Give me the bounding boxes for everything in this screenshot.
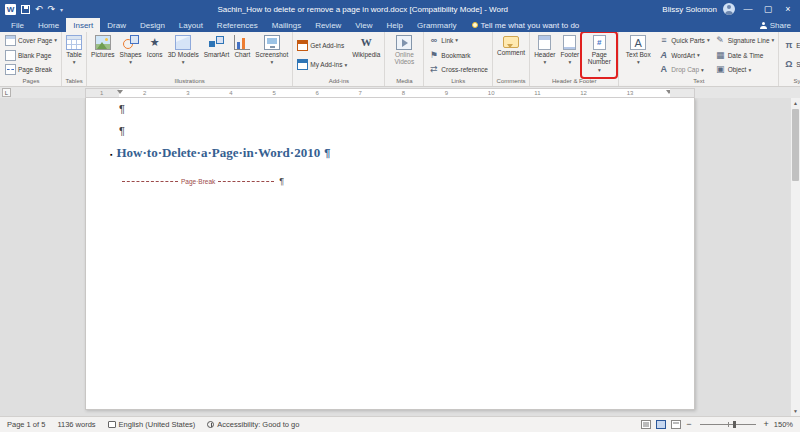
ruler-mark: 8	[402, 90, 405, 96]
print-layout-button[interactable]	[656, 420, 666, 429]
word-count[interactable]: 1136 words	[57, 420, 95, 429]
bookmark-button[interactable]: ⚑ Bookmark	[426, 49, 472, 62]
ribbon-group-header-footer: Header ▾ Footer ▾ # Page Number ▾ Top of…	[530, 32, 619, 86]
ribbon-tab[interactable]: Layout	[172, 18, 210, 32]
chevron-down-icon: ▾	[701, 67, 704, 73]
symbol-button[interactable]: Ω Symbol ▾	[781, 58, 800, 71]
scroll-down-icon[interactable]: ▼	[791, 406, 800, 416]
quick-parts-button[interactable]: ≡ Quick Parts ▾	[656, 34, 711, 47]
redo-icon[interactable]: ↷	[48, 4, 56, 14]
ribbon-tab[interactable]: Home	[31, 18, 66, 32]
save-icon[interactable]	[21, 5, 30, 14]
ribbon-tab[interactable]: Help	[380, 18, 410, 32]
ruler-mark: 9	[445, 90, 448, 96]
ribbon-tab[interactable]: Grammarly	[410, 18, 464, 32]
zoom-out-button[interactable]: −	[686, 420, 691, 429]
ruler-mark: 11	[534, 90, 540, 96]
ribbon-tab[interactable]: Mailings	[265, 18, 308, 32]
page-break-marker: Page·Break ¶	[119, 176, 284, 186]
share-button[interactable]: Share	[751, 18, 800, 32]
ribbon-tab[interactable]: Review	[308, 18, 348, 32]
ribbon-tab[interactable]: View	[348, 18, 379, 32]
wikipedia-button[interactable]: W Wikipedia	[350, 33, 382, 77]
chevron-down-icon: ▾	[748, 67, 751, 73]
pictures-button[interactable]: Pictures	[89, 33, 116, 77]
cover-page-button[interactable]: Cover Page ▾	[3, 34, 59, 47]
smartart-button[interactable]: SmartArt	[202, 33, 232, 77]
read-mode-button[interactable]	[641, 420, 651, 429]
my-addins-button[interactable]: My Add-ins ▾	[295, 58, 349, 71]
quick-access-toolbar: W ↶ ↷ ▾	[5, 4, 63, 15]
ribbon-tab[interactable]: Draw	[100, 18, 133, 32]
qat-customize-icon[interactable]: ▾	[60, 6, 63, 13]
drop-cap-button[interactable]: A Drop Cap ▾	[656, 63, 706, 76]
screenshot-button[interactable]: Screenshot ▾	[253, 33, 290, 77]
chevron-down-icon: ▾	[129, 59, 132, 65]
symbol-icon: Ω	[783, 59, 794, 70]
shapes-button[interactable]: Shapes ▾	[118, 33, 144, 77]
page-break-button[interactable]: Page Break	[3, 63, 54, 76]
equation-icon: π	[783, 40, 794, 51]
close-button[interactable]: ×	[781, 0, 795, 18]
group-label-header-footer: Header & Footer	[532, 77, 616, 86]
language-indicator[interactable]: English (United States)	[108, 420, 196, 429]
zoom-in-button[interactable]: +	[764, 420, 769, 429]
indent-marker-left[interactable]	[117, 90, 123, 94]
scroll-up-icon[interactable]: ▲	[791, 98, 800, 108]
ruler-mark: 13	[627, 90, 634, 96]
comment-button[interactable]: Comment	[495, 33, 527, 77]
online-videos-icon	[396, 35, 412, 50]
horizontal-ruler[interactable]: 1234567891011121314	[85, 88, 695, 98]
ruler-mark: 12	[580, 90, 587, 96]
quick-parts-icon: ≡	[658, 35, 669, 46]
cross-reference-button[interactable]: ⇄ Cross-reference	[426, 63, 490, 76]
ribbon-tab[interactable]: Design	[133, 18, 172, 32]
zoom-slider-thumb[interactable]	[733, 421, 736, 428]
person-icon	[760, 22, 767, 29]
web-layout-button[interactable]	[671, 420, 681, 429]
accessibility-indicator[interactable]: Accessibility: Good to go	[207, 420, 299, 429]
indent-marker-right[interactable]	[666, 90, 672, 94]
smartart-icon	[209, 35, 225, 50]
vertical-scrollbar[interactable]: ▲ ▼	[790, 98, 800, 416]
group-label-links: Links	[426, 77, 490, 86]
equation-button[interactable]: π Equation ▾	[781, 39, 800, 52]
wordart-button[interactable]: A WordArt ▾	[656, 49, 701, 62]
zoom-level[interactable]: 150%	[774, 420, 793, 429]
minimize-button[interactable]: —	[741, 0, 755, 18]
icons-button[interactable]: ★ Icons	[145, 33, 165, 77]
tab-stop-selector[interactable]: L	[2, 88, 11, 97]
chart-button[interactable]: Chart	[232, 33, 252, 77]
3d-models-button[interactable]: 3D Models ▾	[166, 33, 201, 77]
document-area: ¶ ¶ ▪ How·to·Delete·a·Page·in·Word·2010 …	[0, 98, 800, 416]
zoom-slider[interactable]	[700, 424, 756, 425]
date-time-button[interactable]: ▦ Date & Time	[713, 49, 766, 62]
ribbon-tab[interactable]: References	[210, 18, 265, 32]
wikipedia-icon: W	[358, 35, 374, 50]
page-indicator[interactable]: Page 1 of 5	[7, 420, 45, 429]
text-box-button[interactable]: A Text Box ▾	[621, 33, 655, 77]
get-addins-button[interactable]: Get Add-ins	[295, 39, 346, 52]
ribbon-tab[interactable]: File	[4, 18, 31, 32]
page-number-button[interactable]: # Page Number ▾ Top of Page ▸ Bottom of …	[582, 33, 616, 77]
table-button[interactable]: Table ▾	[64, 33, 84, 77]
ribbon-group-links: ∞ Link ▾ ⚑ Bookmark ⇄ Cross-reference Li…	[424, 32, 493, 86]
online-videos-button[interactable]: Online Videos	[387, 33, 421, 77]
blank-page-button[interactable]: Blank Page	[3, 49, 53, 62]
signature-line-button[interactable]: ✎ Signature Line ▾	[713, 34, 777, 47]
chevron-down-icon: ▾	[637, 59, 640, 65]
header-button[interactable]: Header ▾	[532, 33, 557, 77]
footer-button[interactable]: Footer ▾	[558, 33, 581, 77]
user-name[interactable]: Blissy Solomon	[662, 5, 717, 14]
object-button[interactable]: ▣ Object ▾	[713, 63, 754, 76]
title-bar-right: Blissy Solomon — ▢ ×	[662, 0, 795, 18]
scrollbar-thumb[interactable]	[792, 109, 799, 181]
restore-button[interactable]: ▢	[761, 0, 775, 18]
undo-icon[interactable]: ↶	[35, 4, 43, 14]
user-avatar[interactable]	[723, 3, 735, 15]
ribbon-group-tables: Table ▾ Tables	[62, 32, 87, 86]
link-button[interactable]: ∞ Link ▾	[426, 34, 460, 47]
document-page[interactable]: ¶ ¶ ▪ How·to·Delete·a·Page·in·Word·2010 …	[85, 98, 695, 410]
tell-me-box[interactable]: Tell me what you want to do	[464, 18, 588, 32]
ribbon-tab[interactable]: Insert	[66, 18, 100, 32]
